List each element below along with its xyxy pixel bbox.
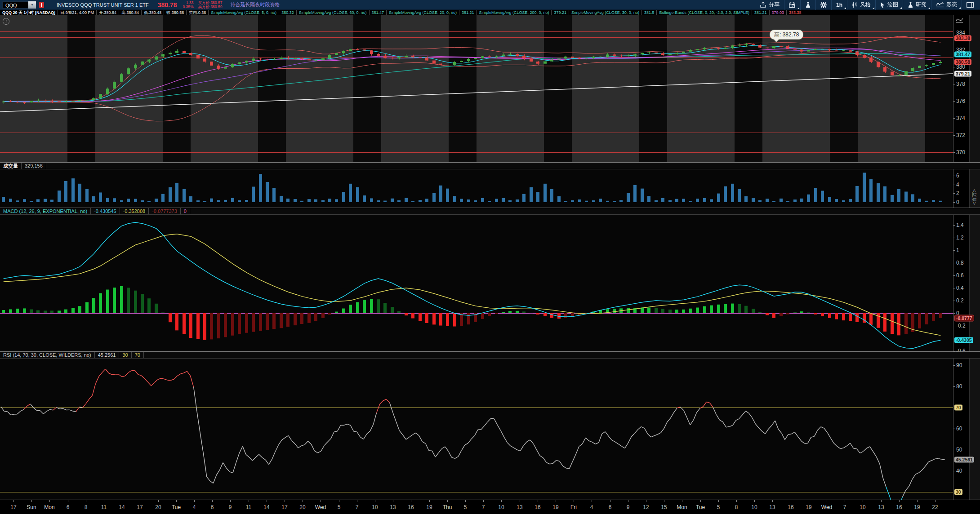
high-tooltip: 高: 382.78 [770,30,803,40]
time-tick [249,500,249,502]
volume-axis[interactable]: 6420 [953,169,969,208]
symbol-input[interactable]: QQQ [2,1,28,9]
time-label: 8 [735,504,738,510]
symbol-dropdown-button[interactable]: ▼ [28,1,36,9]
axis-tickmark [953,50,955,50]
volume-canvas[interactable] [0,169,953,208]
axis-tick-label: 50 [956,447,962,453]
settings-button[interactable] [815,0,831,10]
time-tick [122,500,122,502]
axis-tickmark [953,84,955,84]
style-button[interactable]: 风格 [847,0,875,10]
time-tick [772,500,773,502]
axis-tick-label: 2 [956,190,959,196]
time-label: 11 [246,504,251,510]
timeframe-button[interactable]: 1h [831,0,847,10]
status-cell: SimpleMovingAvg (CLOSE, 30, 0, no) [569,10,642,15]
ask-price: 卖方价:380.59 [198,5,223,9]
calendar-button[interactable] [784,0,800,10]
price-badge: 379.21 [954,71,971,77]
chart-status-bar: QQQ 20 天 1小时 [NASDAQ] 日:9/8/21, 4:00 PM开… [0,10,980,15]
time-label: 5 [338,504,341,510]
volume-unit-label: <百万> [971,189,978,205]
beaker-button[interactable] [800,0,815,10]
study-button[interactable]: 研究 [903,0,931,10]
sidebar-toggle-button[interactable] [962,0,978,10]
time-tick [935,500,935,502]
draw-button[interactable]: 绘图 [875,0,903,10]
study-label: 研究 [916,1,927,9]
time-tick [827,500,827,502]
time-label: 14 [263,504,269,510]
status-cell: 开:380.84 [97,10,119,15]
time-axis[interactable]: 17SunMon6811141720Tue46911141720Wed57101… [0,500,980,514]
axis-tickmark [953,471,955,471]
time-label: 20 [299,504,305,510]
macd-canvas[interactable] [0,215,953,351]
volume-label[interactable]: 成交量 [0,163,22,169]
time-label: Mon [44,504,54,510]
macd-label[interactable]: MACD (12, 26, 9, EXPONENTIAL, no) [0,208,91,214]
info-icon[interactable]: i [3,18,9,25]
time-label: Tue [696,504,705,510]
status-cell: 381.21 [752,10,770,15]
status-cell: 381.47 [370,10,387,15]
time-label: 22 [932,504,938,510]
axis-tickmark [953,101,955,102]
time-label: 8 [85,504,88,510]
axis-settings-icon[interactable] [956,17,963,25]
axis-tickmark [953,365,955,366]
time-label: 12 [643,504,649,510]
time-label: 5 [464,504,467,510]
price-chart-canvas[interactable] [0,15,953,162]
beaker-icon [805,2,811,8]
rsi-value: 30 [119,352,131,358]
time-label: 19 [806,504,811,510]
chart-title: QQQ 20 天 1小时 [NASDAQ] [0,10,58,15]
pattern-button[interactable]: 形态 [931,0,962,10]
axis-tickmark [953,225,955,226]
macd-badge: -0.0777 [954,315,974,322]
axis-tick-label: 370 [956,149,965,155]
time-tick [592,500,592,502]
axis-tick-label: 378 [956,81,965,87]
time-tick [483,500,484,502]
time-tick [158,500,159,502]
time-tick [664,500,664,502]
time-tick [881,500,882,502]
time-label: 10 [751,504,757,510]
right-strip-macd [969,215,980,351]
axis-tick-label: 60 [956,425,962,432]
time-tick [556,500,556,502]
axis-tickmark [953,185,955,185]
axis-tick-label: -0.2 [956,323,966,329]
price-badge: 383.38 [954,35,971,41]
time-tick [574,500,574,502]
time-tick [230,500,231,502]
status-cell: 低:380.48 [142,10,164,15]
symbol-input-group[interactable]: QQQ ▼ [2,1,36,9]
axis-tickmark [953,450,955,450]
time-label: 16 [535,504,540,510]
rsi-axis[interactable]: 90806050407045.256130 [953,359,969,500]
macd-badge: -0.4305 [954,337,973,343]
caret-down-icon: ▼ [31,4,34,6]
style-label: 风格 [860,1,871,9]
axis-tickmark [953,263,955,263]
time-tick [31,500,32,502]
pattern-icon [936,2,944,8]
status-cell: SimpleMovingAvg (CLOSE, 5, 0, no) [209,10,279,15]
alert-icon[interactable] [39,2,44,8]
time-label: 13 [390,504,396,510]
time-tick [700,500,701,502]
price-axis[interactable]: 384382380378376374372370383.38381.47380.… [953,15,969,162]
price-badge: 381.47 [954,52,971,58]
macd-axis[interactable]: 1.41.210.80.60.40.20-0.2-0.6-0.0777-0.43… [953,215,969,351]
share-button[interactable]: 分享 [755,0,784,10]
rsi-label[interactable]: RSI (14, 70, 30, CLOSE, WILDERS, no) [0,352,95,358]
volume-header: 成交量 329,156 [0,162,980,169]
rsi-canvas[interactable] [0,359,953,500]
rsi-badge: 45.2561 [954,457,974,463]
axis-tick-label: 6 [956,173,959,179]
time-tick [176,500,177,502]
